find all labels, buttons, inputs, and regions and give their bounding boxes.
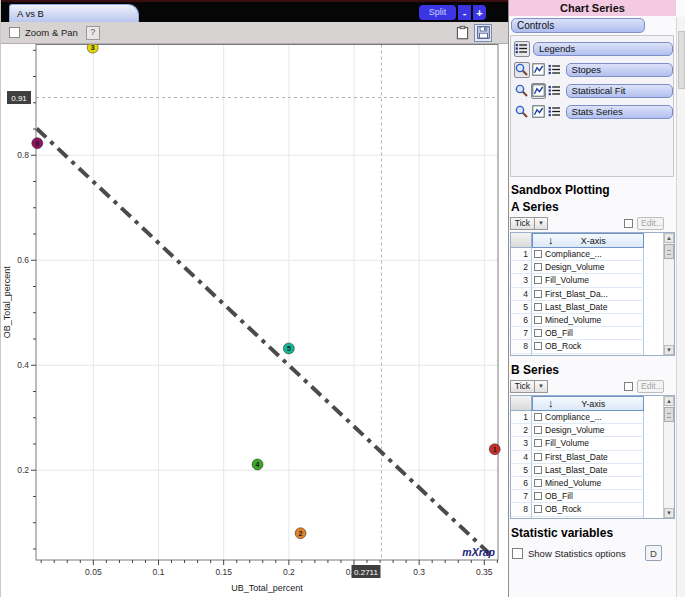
zoom-icon[interactable]: [514, 62, 530, 78]
series-control-row: Stats Series: [511, 101, 673, 122]
row-checkbox[interactable]: [534, 413, 542, 421]
table-row[interactable]: 3Fill_Volume: [511, 437, 674, 450]
column-header[interactable]: ↓X-axis: [532, 233, 644, 248]
list-icon[interactable]: [547, 83, 563, 99]
series-button-legends[interactable]: Legends: [533, 42, 673, 56]
row-checkbox[interactable]: [534, 290, 542, 298]
table-row[interactable]: 5Last_Blast_Date: [511, 301, 674, 314]
row-checkbox[interactable]: [534, 263, 542, 271]
show-statistics-label: Show Statistics options: [528, 548, 626, 559]
row-checkbox[interactable]: [534, 492, 542, 500]
copy-to-clipboard-button[interactable]: [453, 24, 471, 42]
table-row[interactable]: 6Mined_Volume: [511, 314, 674, 327]
row-checkbox[interactable]: [534, 303, 542, 311]
zoom-icon[interactable]: [514, 83, 530, 99]
row-checkbox[interactable]: [534, 505, 542, 513]
row-number: 9: [511, 517, 532, 520]
tab-a-vs-b[interactable]: A vs B: [9, 4, 139, 22]
help-button[interactable]: ?: [86, 26, 100, 40]
a-edit-button[interactable]: Edit...: [637, 217, 664, 230]
chart-icon[interactable]: [531, 104, 547, 120]
table-row[interactable]: 9OB_Total...: [511, 517, 674, 520]
row-checkbox[interactable]: [534, 316, 542, 324]
row-checkbox[interactable]: [534, 426, 542, 434]
series-control-row: Statistical Fit: [511, 80, 673, 101]
row-label: Mined_Volume: [545, 478, 601, 488]
row-checkbox[interactable]: [534, 342, 542, 350]
scroll-up-icon[interactable]: ▲: [664, 233, 674, 243]
chart-canvas[interactable]: 0.050.10.150.20.250.30.350.20.40.60.8UB_…: [1, 44, 508, 597]
minimize-button[interactable]: -: [458, 5, 471, 20]
d-button[interactable]: D: [645, 545, 662, 561]
x-tick-label: 0.15: [215, 567, 232, 577]
scroll-up-icon[interactable]: ▲: [664, 396, 674, 406]
row-number: 4: [511, 451, 532, 464]
chart-icon[interactable]: [531, 83, 547, 99]
row-label: OB_Rock: [545, 504, 581, 514]
row-cell: OB_Fill: [532, 490, 644, 503]
table-scrollbar[interactable]: ▲▼: [663, 233, 674, 355]
table-row[interactable]: 3Fill_Volume: [511, 274, 674, 287]
table-row[interactable]: 4First_Blast_Da...: [511, 288, 674, 301]
series-button-stopes[interactable]: Stopes: [566, 63, 673, 77]
chart-icon[interactable]: [531, 62, 547, 78]
scroll-down-icon[interactable]: ▼: [664, 345, 674, 355]
row-cell: Compliance_...: [532, 411, 644, 424]
panel-scrollbar-thumb[interactable]: [678, 31, 685, 89]
scroll-down-icon[interactable]: ▼: [664, 508, 674, 518]
table-row[interactable]: 8OB_Rock: [511, 340, 674, 353]
a-series-heading: A Series: [511, 200, 676, 214]
y-tick-label: 0.2: [17, 465, 29, 475]
data-point-label: 3: [91, 44, 95, 51]
row-checkbox[interactable]: [534, 329, 542, 337]
table-row[interactable]: 2Design_Volume: [511, 261, 674, 274]
b-edit-checkbox[interactable]: [624, 382, 633, 391]
table-header: ↓Y-axis: [511, 396, 674, 411]
list-icon[interactable]: [547, 104, 563, 120]
series-button-stats-series[interactable]: Stats Series: [566, 105, 673, 119]
row-checkbox[interactable]: [534, 453, 542, 461]
panel-scrollbar[interactable]: [676, 17, 685, 597]
a-tick-dropdown-icon[interactable]: ▼: [535, 217, 548, 230]
row-cell: Last_Blast_Date: [532, 464, 644, 477]
column-header[interactable]: ↓Y-axis: [532, 396, 644, 411]
row-checkbox[interactable]: [534, 439, 542, 447]
row-checkbox[interactable]: [534, 250, 542, 258]
split-button[interactable]: Split: [419, 5, 456, 20]
table-row[interactable]: 4First_Blast_Date: [511, 451, 674, 464]
table-row[interactable]: 6Mined_Volume: [511, 477, 674, 490]
row-checkbox[interactable]: [534, 466, 542, 474]
table-row[interactable]: 1Compliance_...: [511, 411, 674, 424]
zoom-icon[interactable]: [514, 104, 530, 120]
table-row[interactable]: 7OB_Fill: [511, 327, 674, 340]
scrollbar-thumb[interactable]: [664, 244, 674, 259]
scrollbar-thumb[interactable]: [664, 407, 674, 422]
a-tick-button[interactable]: Tick: [510, 217, 535, 230]
maximize-button[interactable]: +: [473, 5, 486, 20]
row-checkbox[interactable]: [534, 276, 542, 284]
data-point-label: 5: [287, 345, 291, 352]
save-chart-button[interactable]: [474, 24, 492, 42]
table-row[interactable]: 5Last_Blast_Date: [511, 464, 674, 477]
list-icon[interactable]: [547, 62, 563, 78]
table-row[interactable]: 2Design_Volume: [511, 424, 674, 437]
tab-controls[interactable]: Controls: [511, 18, 645, 33]
scatter-plot[interactable]: 0.050.10.150.20.250.30.350.20.40.60.8UB_…: [1, 44, 508, 597]
series-button-statistical-fit[interactable]: Statistical Fit: [566, 84, 673, 98]
b-edit-button[interactable]: Edit...: [637, 380, 664, 393]
table-scrollbar[interactable]: ▲▼: [663, 396, 674, 518]
row-checkbox[interactable]: [534, 479, 542, 487]
y-tick-label: 0.4: [17, 360, 29, 370]
b-tick-dropdown-icon[interactable]: ▼: [535, 380, 548, 393]
table-row[interactable]: 9OB_Total...: [511, 354, 674, 357]
table-row[interactable]: 1Compliance_...: [511, 248, 674, 261]
row-label: Last_Blast_Date: [545, 465, 607, 475]
table-row[interactable]: 7OB_Fill: [511, 490, 674, 503]
y-tick-label: 0.6: [17, 255, 29, 265]
a-edit-checkbox[interactable]: [624, 219, 633, 228]
list-icon[interactable]: [514, 41, 530, 57]
b-tick-button[interactable]: Tick: [510, 380, 535, 393]
zoom-pan-checkbox[interactable]: [9, 27, 20, 38]
table-row[interactable]: 8OB_Rock: [511, 503, 674, 516]
show-statistics-checkbox[interactable]: [512, 548, 523, 559]
